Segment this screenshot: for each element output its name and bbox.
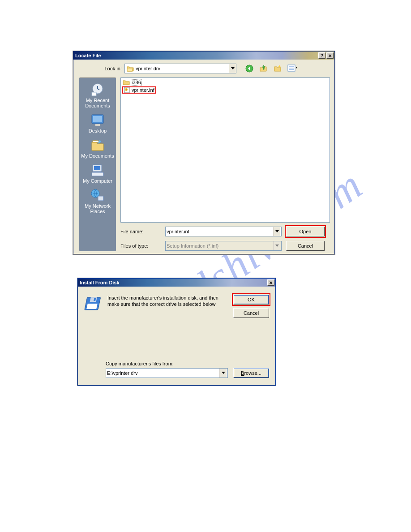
back-icon[interactable]	[244, 64, 254, 73]
file-name: vprinter.inf	[132, 87, 154, 93]
open-button[interactable]: Open	[286, 227, 325, 236]
copy-from-value: E:\vprinter drv	[107, 370, 137, 376]
file-name: i386	[131, 79, 142, 86]
toolbar-icons	[244, 64, 297, 73]
titlebar[interactable]: Install From Disk ✕	[78, 279, 275, 287]
look-in-label: Look in:	[73, 66, 124, 71]
sidebar-item-mycomputer[interactable]: My Computer	[83, 163, 112, 184]
list-item[interactable]: vprinter.inf	[122, 86, 156, 94]
cancel-button[interactable]: Cancel	[286, 241, 325, 251]
look-in-dropdown[interactable]: vprinter drv	[124, 64, 236, 73]
filename-label: File name:	[120, 229, 161, 234]
folder-icon	[123, 79, 130, 86]
new-folder-icon[interactable]	[273, 64, 283, 73]
close-button[interactable]: ✕	[326, 52, 334, 59]
sidebar-item-label: My Recent Documents	[79, 98, 116, 108]
chevron-down-icon[interactable]	[229, 64, 236, 73]
dialog-title: Install From Disk	[79, 280, 120, 285]
filetype-label: Files of type:	[120, 243, 161, 249]
places-sidebar: My Recent Documents Desktop My Documents…	[79, 77, 116, 251]
chevron-down-icon[interactable]	[273, 227, 280, 236]
list-item[interactable]: i386	[122, 79, 143, 86]
views-icon[interactable]	[287, 64, 297, 73]
filetype-dropdown: Setup Information (*.inf)	[165, 241, 282, 251]
document-page: manualshive.com Locate File ? ✕ Look in:…	[0, 0, 411, 532]
sidebar-item-label: Desktop	[89, 128, 107, 133]
browse-button[interactable]: Browse...	[233, 368, 269, 378]
svg-rect-9	[95, 124, 100, 126]
install-from-disk-dialog: Install From Disk ✕ Insert the manufactu…	[77, 278, 276, 386]
chevron-down-icon[interactable]	[219, 369, 227, 378]
locate-file-dialog: Locate File ? ✕ Look in: vprinter drv	[73, 51, 335, 254]
svg-rect-20	[86, 304, 98, 309]
network-places-icon	[90, 188, 105, 202]
close-button[interactable]: ✕	[267, 279, 274, 286]
look-in-row: Look in: vprinter drv	[73, 60, 334, 77]
ok-button[interactable]: OK	[233, 295, 269, 305]
filename-input[interactable]: vprinter.inf	[165, 227, 282, 236]
floppy-disk-icon	[84, 295, 105, 313]
my-documents-icon	[90, 138, 105, 152]
file-pane: i386 vprinter.inf File name: vprinter.in…	[116, 77, 334, 251]
sidebar-item-label: My Documents	[81, 153, 114, 159]
recent-documents-icon	[90, 82, 105, 97]
help-button[interactable]: ?	[318, 52, 325, 59]
filename-value: vprinter.inf	[167, 229, 189, 234]
dialog-title: Locate File	[74, 53, 101, 58]
svg-rect-6	[92, 92, 96, 96]
file-list[interactable]: i386 vprinter.inf	[120, 77, 330, 223]
file-form: File name: vprinter.inf Open Files of ty…	[120, 223, 330, 251]
svg-rect-8	[93, 116, 102, 122]
svg-rect-12	[92, 172, 103, 176]
sidebar-item-network[interactable]: My Network Places	[79, 188, 116, 214]
copy-from-input[interactable]: E:\vprinter drv	[106, 368, 228, 378]
cancel-button[interactable]: Cancel	[233, 308, 269, 318]
my-computer-icon	[90, 163, 105, 177]
svg-rect-18	[90, 297, 97, 302]
titlebar[interactable]: Locate File ? ✕	[73, 51, 334, 60]
up-folder-icon[interactable]	[259, 64, 269, 73]
look-in-value: vprinter drv	[134, 66, 229, 71]
desktop-icon	[90, 113, 105, 127]
sidebar-item-mydocuments[interactable]: My Documents	[81, 138, 114, 159]
dialog-message: Insert the manufacturer's installation d…	[105, 295, 233, 318]
sidebar-item-recent[interactable]: My Recent Documents	[79, 82, 116, 108]
filetype-value: Setup Information (*.inf)	[167, 243, 218, 249]
inf-file-icon	[124, 87, 131, 93]
chevron-down-icon	[273, 241, 280, 250]
svg-rect-14	[98, 196, 103, 201]
sidebar-item-label: My Computer	[83, 178, 112, 184]
svg-rect-11	[94, 166, 100, 170]
open-folder-icon	[127, 65, 134, 72]
copy-from-label: Copy manufacturer's files from:	[106, 361, 269, 366]
sidebar-item-desktop[interactable]: Desktop	[89, 113, 107, 133]
sidebar-item-label: My Network Places	[79, 203, 116, 214]
